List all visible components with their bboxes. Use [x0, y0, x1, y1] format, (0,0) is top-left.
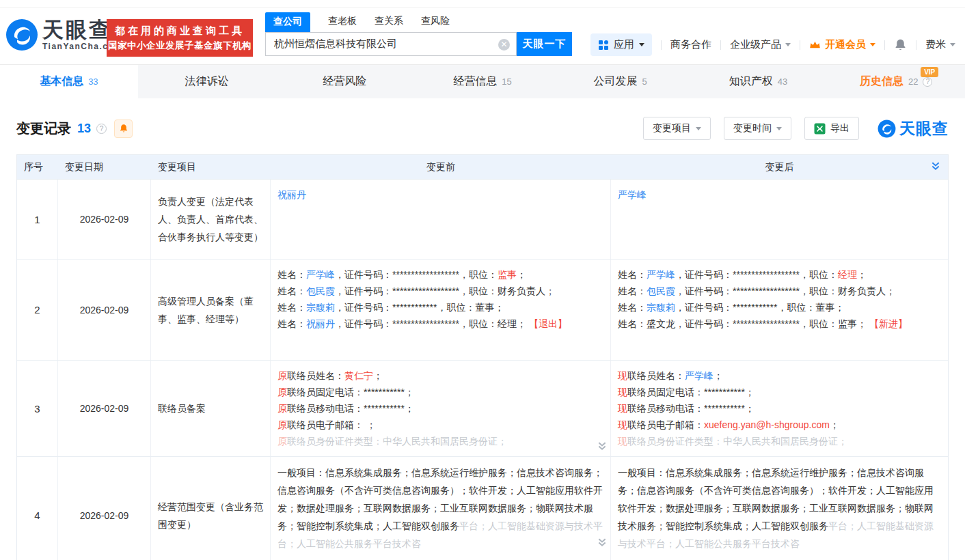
help-icon[interactable]: ? [923, 77, 932, 87]
tab-company-development[interactable]: 公司发展 5 [552, 65, 690, 98]
table-row: 2 2026-02-09 高级管理人员备案（董事、监事、经理等） 姓名：严学峰，… [17, 259, 948, 360]
row-before: 一般项目：信息系统集成服务；信息系统运行维护服务；信息技术咨询服务；信息咨询服务… [271, 457, 611, 560]
person-link[interactable]: 宗馥莉 [306, 302, 335, 313]
tab-legal[interactable]: 法律诉讼 [138, 65, 276, 98]
person-link[interactable]: 严学峰 [685, 370, 713, 381]
clear-search-icon[interactable]: ✕ [498, 39, 510, 51]
person-link[interactable]: 严学峰 [647, 269, 675, 280]
text-segment: 联络员移动电话：***********； [627, 403, 755, 414]
nav-cooperation[interactable]: 商务合作 [670, 38, 711, 51]
expand-row-icon[interactable] [597, 441, 607, 453]
text-segment: ，证件号码：******************，职位： [335, 269, 498, 280]
tab-label: 知识产权 [729, 74, 773, 89]
text-segment: xuefeng.yan@h-shgroup.com [704, 419, 830, 430]
top-nav: 应用 商务合作 企业级产品 开通会员 费米 [590, 33, 955, 56]
brand-logo[interactable]: 天眼查 TianYanCha.com [5, 18, 122, 51]
tab-count: 5 [642, 76, 647, 87]
text-segment: ； [713, 370, 723, 381]
tab-business-info[interactable]: 经营信息 15 [413, 65, 552, 98]
company-section-tabs: 基本信息 33 法律诉讼 经营风险 经营信息 15 公司发展 5 知识产权 43… [0, 64, 965, 98]
help-icon[interactable]: ? [96, 124, 107, 134]
tianyancha-watermark: 天眼查 [878, 118, 949, 139]
text-segment: 现 [618, 370, 627, 381]
chevron-down-icon [696, 127, 701, 130]
text-segment: ； [373, 370, 383, 381]
export-button[interactable]: 导出 [804, 117, 859, 140]
search-input[interactable] [266, 33, 516, 55]
text-segment: 联络员移动电话：***********； [287, 403, 414, 414]
filter-change-time-button[interactable]: 变更时间 [724, 117, 791, 140]
nav-divider [884, 40, 885, 50]
watermark-text: 天眼查 [899, 118, 949, 139]
text-segment: 联络员固定电话：***********； [627, 387, 755, 397]
tab-intellectual-property[interactable]: 知识产权 43 [690, 65, 828, 98]
subscribe-bell-button[interactable] [114, 120, 133, 138]
row-after: 现联络员姓名：严学峰；现联络员固定电话：***********；现联络员移动电话… [611, 361, 948, 456]
apps-grid-icon [598, 40, 609, 51]
text-segment: 联络员姓名： [627, 370, 685, 381]
nav-enterprise-label: 企业级产品 [730, 38, 781, 51]
row-before: 祝丽丹 [271, 180, 611, 259]
col-header-seq: 序号 [17, 155, 58, 179]
tianyancha-logo-icon [5, 18, 38, 51]
tab-basic-info[interactable]: 基本信息 33 [0, 65, 138, 98]
tab-history-info[interactable]: VIP 历史信息 22 ? [827, 65, 965, 98]
person-link[interactable]: 包民霞 [306, 285, 335, 296]
person-link[interactable]: 宗馥莉 [647, 302, 675, 313]
text-segment: 原 [277, 387, 287, 397]
table-toolbar: 变更项目 变更时间 导出 天眼查 [643, 117, 949, 140]
row-seq: 1 [17, 180, 58, 259]
nav-enterprise[interactable]: 企业级产品 [730, 38, 791, 51]
notifications-bell[interactable] [894, 38, 907, 51]
text-segment: 【新进】 [869, 318, 908, 329]
filter-label: 变更项目 [653, 122, 691, 135]
text-segment: 现 [618, 387, 627, 397]
search-tab-relation[interactable]: 查关系 [375, 15, 403, 32]
nav-vip-upgrade[interactable]: 开通会员 [809, 38, 875, 51]
row-before: 姓名：严学峰，证件号码：******************，职位：监事；姓名：… [271, 260, 611, 360]
person-link[interactable]: 祝丽丹 [306, 318, 335, 329]
text-segment: 联络员电子邮箱： ； [287, 419, 376, 430]
search-button[interactable]: 天眼一下 [517, 32, 572, 56]
text-segment: ，证件号码：************，职位：董事； [675, 302, 844, 313]
user-menu[interactable]: 费米 [925, 38, 955, 51]
row-change-item: 负责人变更（法定代表人、负责人、首席代表、合伙事务执行人等变更） [151, 180, 271, 259]
section-count: 13 [77, 122, 91, 136]
person-link[interactable]: 严学峰 [306, 269, 335, 280]
filter-change-item-button[interactable]: 变更项目 [643, 117, 711, 140]
text-segment: 原 [277, 403, 287, 414]
row-date: 2026-02-09 [58, 180, 151, 259]
tab-operation-risk[interactable]: 经营风险 [275, 65, 413, 98]
search-tab-company[interactable]: 查公司 [265, 12, 310, 32]
text-segment: 联络员固定电话：***********； [287, 387, 414, 397]
username: 费米 [925, 38, 946, 51]
text-segment: ，证件号码：******************，职位：经理； [335, 318, 529, 329]
person-link[interactable]: 祝丽丹 [277, 189, 306, 200]
nav-divider [916, 40, 916, 50]
tab-count: 43 [778, 76, 787, 87]
text-segment: 姓名： [277, 285, 306, 296]
vip-badge: VIP [921, 67, 938, 77]
text-segment: 原 [277, 419, 287, 430]
tab-label: 基本信息 [40, 74, 83, 89]
expand-all-icon[interactable] [931, 161, 940, 173]
chevron-down-icon [785, 43, 791, 46]
apps-label: 应用 [614, 38, 634, 51]
nav-divider [661, 40, 662, 50]
search-tab-risk[interactable]: 查风险 [421, 15, 450, 32]
text-segment: 现 [618, 436, 627, 447]
text-segment: 姓名： [277, 302, 306, 313]
text-segment: 原 [277, 436, 287, 447]
col-header-after: 变更后 [611, 155, 948, 179]
row-seq: 2 [17, 260, 58, 360]
tab-label: 经营风险 [323, 74, 366, 89]
apps-menu[interactable]: 应用 [590, 33, 652, 56]
promo-banner: 都在用的商业查询工具 国家中小企业发展子基金旗下机构 [107, 19, 253, 57]
text-segment: 姓名：盛文龙，证件号码：******************，职位：监事； [618, 318, 869, 329]
text-segment: ； [830, 419, 839, 430]
person-link[interactable]: 包民霞 [647, 285, 675, 296]
expand-row-icon[interactable] [597, 537, 607, 549]
person-link[interactable]: 严学峰 [618, 189, 647, 200]
search-tab-boss[interactable]: 查老板 [328, 15, 357, 32]
chevron-down-icon [870, 43, 875, 46]
